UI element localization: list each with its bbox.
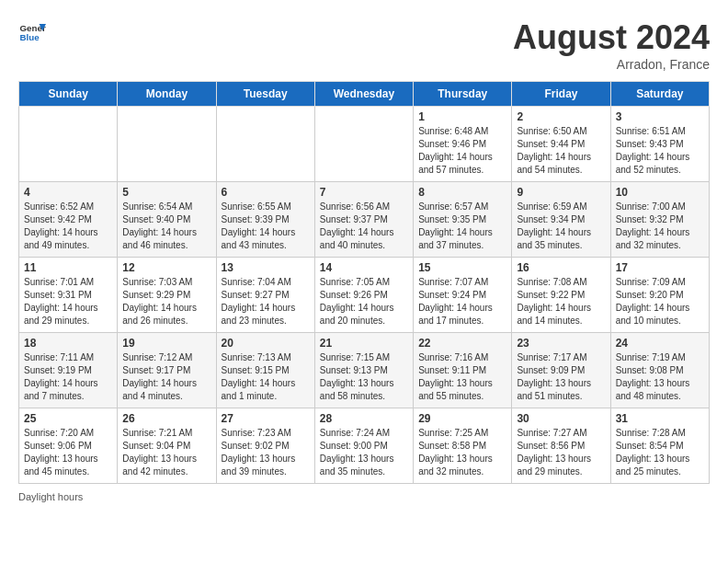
calendar-cell: 3Sunrise: 6:51 AM Sunset: 9:43 PM Daylig… — [610, 107, 709, 182]
day-info: Sunrise: 7:17 AM Sunset: 9:09 PM Dayligh… — [517, 351, 605, 403]
day-number: 7 — [320, 186, 408, 199]
calendar-cell: 10Sunrise: 7:00 AM Sunset: 9:32 PM Dayli… — [610, 182, 709, 258]
day-number: 12 — [122, 261, 210, 274]
day-number: 28 — [320, 412, 408, 425]
day-info: Sunrise: 7:03 AM Sunset: 9:29 PM Dayligh… — [122, 276, 210, 327]
calendar-cell: 18Sunrise: 7:11 AM Sunset: 9:19 PM Dayli… — [19, 333, 118, 408]
calendar-cell: 4Sunrise: 6:52 AM Sunset: 9:42 PM Daylig… — [19, 182, 118, 258]
calendar-cell: 9Sunrise: 6:59 AM Sunset: 9:34 PM Daylig… — [512, 182, 610, 258]
day-info: Sunrise: 7:19 AM Sunset: 9:08 PM Dayligh… — [616, 351, 704, 403]
day-number: 2 — [517, 110, 605, 123]
day-number: 1 — [418, 110, 506, 123]
day-number: 8 — [418, 186, 506, 199]
day-number: 27 — [222, 412, 310, 425]
day-info: Sunrise: 7:08 AM Sunset: 9:22 PM Dayligh… — [517, 276, 605, 327]
day-number: 31 — [616, 412, 704, 425]
calendar-cell: 24Sunrise: 7:19 AM Sunset: 9:08 PM Dayli… — [610, 333, 709, 408]
calendar-cell: 25Sunrise: 7:20 AM Sunset: 9:06 PM Dayli… — [19, 408, 118, 484]
day-info: Sunrise: 7:15 AM Sunset: 9:13 PM Dayligh… — [320, 351, 408, 403]
day-info: Sunrise: 6:56 AM Sunset: 9:37 PM Dayligh… — [320, 201, 408, 252]
day-number: 25 — [24, 412, 112, 425]
calendar-cell: 16Sunrise: 7:08 AM Sunset: 9:22 PM Dayli… — [512, 258, 610, 333]
day-info: Sunrise: 7:00 AM Sunset: 9:32 PM Dayligh… — [616, 201, 704, 252]
day-number: 24 — [616, 337, 704, 350]
calendar-cell: 14Sunrise: 7:05 AM Sunset: 9:26 PM Dayli… — [314, 258, 413, 333]
weekday-header: Tuesday — [216, 82, 314, 107]
calendar-week-row: 18Sunrise: 7:11 AM Sunset: 9:19 PM Dayli… — [19, 333, 710, 408]
day-info: Sunrise: 7:23 AM Sunset: 9:02 PM Dayligh… — [222, 427, 310, 478]
weekday-header: Saturday — [610, 82, 709, 107]
day-number: 9 — [517, 186, 605, 199]
calendar-cell: 6Sunrise: 6:55 AM Sunset: 9:39 PM Daylig… — [216, 182, 314, 258]
day-number: 21 — [320, 337, 408, 350]
day-number: 10 — [616, 186, 704, 199]
calendar-cell: 22Sunrise: 7:16 AM Sunset: 9:11 PM Dayli… — [414, 333, 512, 408]
calendar-cell — [118, 107, 216, 182]
calendar-week-row: 25Sunrise: 7:20 AM Sunset: 9:06 PM Dayli… — [19, 408, 710, 484]
day-info: Sunrise: 6:52 AM Sunset: 9:42 PM Dayligh… — [24, 201, 112, 252]
day-number: 23 — [517, 337, 605, 350]
day-number: 4 — [24, 186, 112, 199]
day-info: Sunrise: 7:27 AM Sunset: 8:56 PM Dayligh… — [517, 427, 605, 478]
day-info: Sunrise: 6:55 AM Sunset: 9:39 PM Dayligh… — [222, 201, 310, 252]
calendar-cell: 30Sunrise: 7:27 AM Sunset: 8:56 PM Dayli… — [512, 408, 610, 484]
daylight-label: Daylight hours — [18, 491, 83, 502]
calendar-cell: 2Sunrise: 6:50 AM Sunset: 9:44 PM Daylig… — [512, 107, 610, 182]
day-info: Sunrise: 6:50 AM Sunset: 9:44 PM Dayligh… — [517, 125, 605, 177]
day-info: Sunrise: 7:20 AM Sunset: 9:06 PM Dayligh… — [24, 427, 112, 478]
day-number: 30 — [517, 412, 605, 425]
day-info: Sunrise: 7:25 AM Sunset: 8:58 PM Dayligh… — [418, 427, 506, 478]
weekday-header: Monday — [118, 82, 216, 107]
svg-text:Blue: Blue — [20, 32, 40, 42]
day-info: Sunrise: 6:48 AM Sunset: 9:46 PM Dayligh… — [418, 125, 506, 177]
day-number: 22 — [418, 337, 506, 350]
calendar-week-row: 11Sunrise: 7:01 AM Sunset: 9:31 PM Dayli… — [19, 258, 710, 333]
day-number: 11 — [24, 261, 112, 274]
day-number: 15 — [418, 261, 506, 274]
day-info: Sunrise: 7:13 AM Sunset: 9:15 PM Dayligh… — [222, 351, 310, 403]
day-number: 13 — [222, 261, 310, 274]
day-number: 26 — [122, 412, 210, 425]
day-info: Sunrise: 7:12 AM Sunset: 9:17 PM Dayligh… — [122, 351, 210, 403]
day-info: Sunrise: 7:04 AM Sunset: 9:27 PM Dayligh… — [222, 276, 310, 327]
day-number: 29 — [418, 412, 506, 425]
day-info: Sunrise: 7:28 AM Sunset: 8:54 PM Dayligh… — [616, 427, 704, 478]
calendar-cell: 20Sunrise: 7:13 AM Sunset: 9:15 PM Dayli… — [216, 333, 314, 408]
day-number: 3 — [616, 110, 704, 123]
calendar-week-row: 1Sunrise: 6:48 AM Sunset: 9:46 PM Daylig… — [19, 107, 710, 182]
day-number: 17 — [616, 261, 704, 274]
calendar-cell: 11Sunrise: 7:01 AM Sunset: 9:31 PM Dayli… — [19, 258, 118, 333]
weekday-header-row: SundayMondayTuesdayWednesdayThursdayFrid… — [19, 82, 710, 107]
day-info: Sunrise: 6:57 AM Sunset: 9:35 PM Dayligh… — [418, 201, 506, 252]
calendar-cell: 15Sunrise: 7:07 AM Sunset: 9:24 PM Dayli… — [414, 258, 512, 333]
logo: General Blue — [18, 18, 46, 46]
footer: Daylight hours — [18, 491, 710, 502]
calendar-cell: 1Sunrise: 6:48 AM Sunset: 9:46 PM Daylig… — [414, 107, 512, 182]
calendar-cell: 5Sunrise: 6:54 AM Sunset: 9:40 PM Daylig… — [118, 182, 216, 258]
weekday-header: Thursday — [414, 82, 512, 107]
day-info: Sunrise: 7:09 AM Sunset: 9:20 PM Dayligh… — [616, 276, 704, 327]
day-number: 16 — [517, 261, 605, 274]
day-number: 19 — [122, 337, 210, 350]
title-block: August 2024 Arradon, France — [513, 18, 710, 72]
calendar-cell: 7Sunrise: 6:56 AM Sunset: 9:37 PM Daylig… — [314, 182, 413, 258]
day-number: 6 — [222, 186, 310, 199]
calendar-cell: 13Sunrise: 7:04 AM Sunset: 9:27 PM Dayli… — [216, 258, 314, 333]
calendar-cell: 26Sunrise: 7:21 AM Sunset: 9:04 PM Dayli… — [118, 408, 216, 484]
calendar-cell — [19, 107, 118, 182]
day-number: 14 — [320, 261, 408, 274]
day-info: Sunrise: 7:07 AM Sunset: 9:24 PM Dayligh… — [418, 276, 506, 327]
day-info: Sunrise: 7:05 AM Sunset: 9:26 PM Dayligh… — [320, 276, 408, 327]
day-info: Sunrise: 6:51 AM Sunset: 9:43 PM Dayligh… — [616, 125, 704, 177]
logo-icon: General Blue — [18, 18, 46, 46]
day-number: 20 — [222, 337, 310, 350]
calendar-cell: 29Sunrise: 7:25 AM Sunset: 8:58 PM Dayli… — [414, 408, 512, 484]
calendar-cell: 23Sunrise: 7:17 AM Sunset: 9:09 PM Dayli… — [512, 333, 610, 408]
day-info: Sunrise: 6:54 AM Sunset: 9:40 PM Dayligh… — [122, 201, 210, 252]
day-info: Sunrise: 6:59 AM Sunset: 9:34 PM Dayligh… — [517, 201, 605, 252]
calendar-cell: 21Sunrise: 7:15 AM Sunset: 9:13 PM Dayli… — [314, 333, 413, 408]
calendar-table: SundayMondayTuesdayWednesdayThursdayFrid… — [18, 81, 710, 484]
weekday-header: Sunday — [19, 82, 118, 107]
calendar-cell: 8Sunrise: 6:57 AM Sunset: 9:35 PM Daylig… — [414, 182, 512, 258]
calendar-cell: 19Sunrise: 7:12 AM Sunset: 9:17 PM Dayli… — [118, 333, 216, 408]
